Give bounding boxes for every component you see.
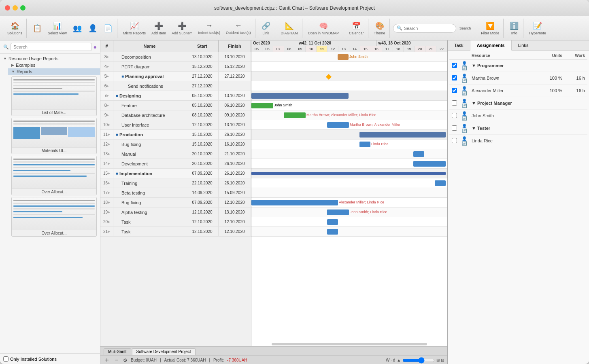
- table-row[interactable]: 4 ▶ PERT diagram 15.12.2020 15.12.2020: [100, 62, 251, 72]
- rp-checkbox-linda[interactable]: [452, 138, 457, 143]
- gantt-bar-db-arch[interactable]: [284, 112, 306, 118]
- rp-tab-assignments[interactable]: Assignments: [470, 40, 512, 51]
- status-settings[interactable]: ⚙: [123, 358, 128, 363]
- gantt-bar-production[interactable]: [359, 132, 446, 138]
- rp-checkbox-tester[interactable]: [452, 125, 457, 131]
- gantt-bar-manual[interactable]: [413, 151, 424, 157]
- table-row[interactable]: 5 ▶ ■ Planning approval 27.12.2020 27.12…: [100, 72, 251, 81]
- table-row[interactable]: 19 ▶ Alpha testing 12.10.2020 13.10.2020: [100, 207, 251, 217]
- mindmap-button[interactable]: 🧠 Open in MINDMAP: [306, 19, 342, 37]
- report-thumb-materials-ut[interactable]: Materials Ut...: [11, 118, 97, 154]
- gantt-bars-area[interactable]: John Smith: [251, 52, 447, 346]
- table-row[interactable]: 13 ▶ Manual 20.10.2020 21.10.2020: [100, 149, 251, 159]
- sidebar-item-examples[interactable]: ▶ Examples: [8, 62, 100, 68]
- gantt-bar-task20[interactable]: [327, 219, 338, 225]
- minimize-button[interactable]: [13, 5, 18, 11]
- zoom-up-icon[interactable]: ▲: [397, 358, 401, 362]
- table-row[interactable]: 12 ▶ Bug fixing 15.10.2020 16.10.2020: [100, 140, 251, 149]
- table-row[interactable]: 17 ▶ Beta testing 14.09.2020 15.09.2020: [100, 188, 251, 198]
- gantt-bar-alpha2[interactable]: [327, 210, 349, 215]
- gantt-bar-feature[interactable]: [251, 103, 273, 108]
- status-remove-row[interactable]: －: [113, 356, 120, 364]
- table-row[interactable]: 21 ▶ Task 12.10.2020 12.10.2020: [100, 227, 251, 237]
- table-row[interactable]: 20 ▶ Task 12.10.2020 12.10.2020: [100, 217, 251, 227]
- indent-button[interactable]: → Indent task(s): [196, 19, 223, 37]
- outdent-button[interactable]: ← Outdent task(s): [223, 19, 253, 37]
- rp-checkbox-pm[interactable]: [452, 100, 457, 106]
- gantt-bar-bug2[interactable]: [251, 200, 338, 205]
- table-row[interactable]: 6 ▶ Send notifications 27.12.2020: [100, 81, 251, 91]
- only-installed-label[interactable]: Only Installed Solutions: [3, 356, 97, 362]
- bottom-tab-muli[interactable]: Muli Gantt: [104, 348, 131, 355]
- table-row[interactable]: 11 ▶ ■ Production 15.10.2020 26.10.2020: [100, 130, 251, 140]
- diagram-button[interactable]: 📐 DIAGRAM: [279, 19, 300, 37]
- hypernote-button[interactable]: 📝 Hypernote: [527, 19, 549, 37]
- rp-check-tester[interactable]: [449, 122, 459, 135]
- rp-check-alex[interactable]: [449, 85, 459, 97]
- view-icon-button[interactable]: 📋: [30, 19, 45, 37]
- table-row[interactable]: 8 ▶ Feature 05.10.2020 06.10.2020: [100, 101, 251, 110]
- gantt-bar-ui[interactable]: [327, 122, 349, 128]
- table-row[interactable]: 14 ▶ Development 20.10.2020 26.10.2020: [100, 159, 251, 169]
- gantt-bar-designing[interactable]: [251, 93, 349, 99]
- rp-tab-task[interactable]: Task: [448, 40, 470, 50]
- person-icon-button[interactable]: 👤: [85, 19, 100, 37]
- only-installed-checkbox[interactable]: [3, 356, 9, 362]
- table-row[interactable]: 15 ▶ ■ Implementation 07.09.2020 26.10.2…: [100, 169, 251, 178]
- row-start: 15.10.2020: [186, 130, 219, 139]
- rp-checkbox-prog[interactable]: [452, 63, 457, 68]
- table-row[interactable]: 3 ▶ Decomposition 13.10.2020 13.10.2020: [100, 52, 251, 62]
- filter-button[interactable]: 🔽 Filter Mode: [478, 19, 502, 37]
- rp-checkbox-john[interactable]: [452, 113, 457, 118]
- table-row[interactable]: 16 ▶ Training 22.10.2020 26.10.2020: [100, 178, 251, 188]
- horizontal-scrollbar[interactable]: [272, 343, 427, 345]
- rp-checkbox-martha[interactable]: [452, 75, 457, 80]
- link-button[interactable]: 🔗 Link: [259, 19, 273, 37]
- table-row[interactable]: 18 ▶ Bug fixing 07.09.2020 12.10.2020: [100, 198, 251, 207]
- zoom-slider[interactable]: [402, 357, 435, 364]
- rp-check-linda[interactable]: [449, 135, 459, 147]
- sidebar-search-input[interactable]: [11, 43, 92, 51]
- report-thumb-list-of-mate[interactable]: List of Mate...: [11, 76, 97, 116]
- rp-check-john[interactable]: [449, 110, 459, 122]
- rp-check-prog[interactable]: [449, 59, 459, 72]
- rp-check-martha[interactable]: [449, 72, 459, 85]
- sidebar-item-reports[interactable]: ▼ Reports: [8, 68, 100, 75]
- table-row[interactable]: 9 ▶ Database architecture 08.10.2020 09.…: [100, 110, 251, 120]
- doc-icon-button[interactable]: 📄: [101, 19, 115, 37]
- select-view-button[interactable]: 📊 Select View: [45, 19, 69, 37]
- table-row[interactable]: 7 ▶ ■ Designing 05.10.2020 13.10.2020: [100, 91, 251, 101]
- gantt-bar-training[interactable]: [435, 180, 446, 186]
- report-thumb-over-allocat1[interactable]: Over Allocat...: [11, 156, 97, 195]
- row-finish: 21.10.2020: [219, 149, 251, 159]
- add-item-button[interactable]: ➕ Add Item: [149, 19, 168, 37]
- toolbar-search-box[interactable]: 🔍: [393, 24, 456, 33]
- close-button[interactable]: [5, 5, 10, 11]
- gantt-bar-dev[interactable]: [413, 161, 446, 167]
- solutions-button[interactable]: 🏠 Solutions: [5, 19, 25, 37]
- bar-label-bug1: Linda Rice: [371, 142, 389, 146]
- status-add-row[interactable]: ＋: [104, 356, 110, 364]
- rp-tab-links[interactable]: Links: [512, 40, 536, 50]
- gantt-bar-task21[interactable]: [327, 229, 338, 235]
- rp-icon-tester: 👤🔄: [459, 122, 469, 135]
- gantt-bar-decomposition[interactable]: [338, 54, 349, 60]
- sidebar-item-resource-usage-reports[interactable]: ▼ Resource Usage Reports: [0, 55, 100, 62]
- table-row[interactable]: 10 ▶ User interface 12.10.2020 13.10.202…: [100, 120, 251, 130]
- toolbar-search-input[interactable]: [404, 26, 453, 31]
- bottom-tab-sdp[interactable]: Software Development Project: [132, 348, 196, 355]
- status-profit-value: -7 360UAH: [227, 358, 247, 362]
- gantt-bar-impl[interactable]: [251, 172, 446, 175]
- rp-checkbox-alex[interactable]: [452, 88, 457, 93]
- theme-button[interactable]: 🎨 Theme: [372, 19, 388, 37]
- group-icon-button[interactable]: 👥: [70, 19, 85, 37]
- report-thumb-over-allocat2[interactable]: Over Allocat...: [11, 197, 97, 237]
- fullscreen-button[interactable]: [20, 5, 26, 11]
- search-button[interactable]: Search: [457, 19, 474, 37]
- calendar-button[interactable]: 📅 Calendar: [347, 19, 366, 37]
- micro-reports-button[interactable]: 📈 Micro Reports: [121, 19, 148, 37]
- rp-check-pm[interactable]: [449, 97, 459, 110]
- gantt-bar-bug1[interactable]: [359, 142, 370, 147]
- add-subitem-button[interactable]: ➕ Add Subitem: [169, 19, 195, 37]
- info-button[interactable]: ℹ️ Info: [507, 19, 521, 37]
